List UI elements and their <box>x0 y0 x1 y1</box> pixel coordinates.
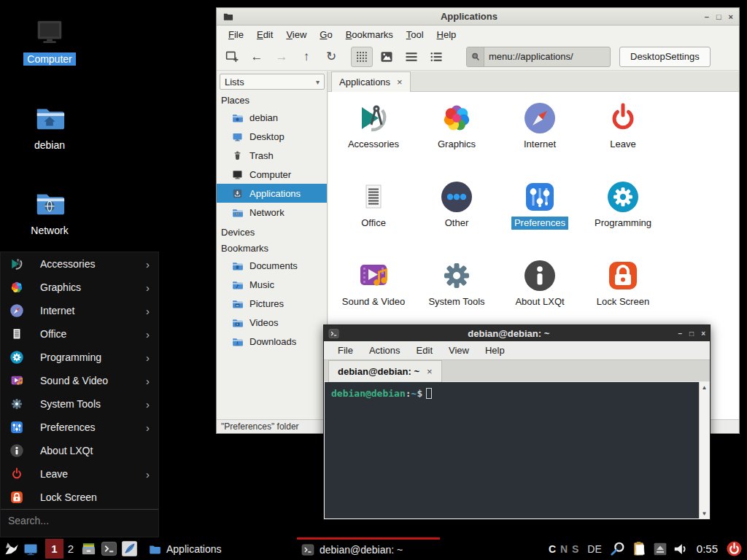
category-sound-video[interactable]: Sound & Video <box>332 252 415 331</box>
clipboard-tray-icon[interactable] <box>631 540 648 557</box>
task-button-applications[interactable]: Applications <box>144 537 226 560</box>
quicklaunch-terminal-button[interactable] <box>98 537 119 560</box>
desktop-icon-network[interactable]: Network <box>15 186 85 237</box>
power-button-icon[interactable] <box>726 540 743 557</box>
address-bar[interactable]: menu://applications/ <box>466 47 611 67</box>
fm-menu-view[interactable]: View <box>280 28 312 42</box>
search-input[interactable] <box>8 515 147 526</box>
volume-icon[interactable] <box>673 541 689 557</box>
category-other[interactable]: Other <box>415 174 498 252</box>
terminal-menu-actions[interactable]: Actions <box>363 343 407 357</box>
fm-menu-file[interactable]: File <box>222 28 249 42</box>
category-accessories[interactable]: Accessories <box>332 95 415 174</box>
sidebar-item-music[interactable]: Music <box>220 275 324 294</box>
maximize-button[interactable]: □ <box>689 330 694 338</box>
menu-item-about-lxqt[interactable]: About LXQt <box>1 439 158 462</box>
terminal-menu-file[interactable]: File <box>331 343 360 357</box>
show-desktop-button[interactable] <box>20 537 41 560</box>
category-leave[interactable]: Leave <box>581 95 665 174</box>
fm-menu-bookmarks[interactable]: Bookmarks <box>340 28 399 42</box>
sidebar-item-videos[interactable]: Videos <box>220 313 324 332</box>
address-url[interactable]: menu://applications/ <box>484 51 573 62</box>
refresh-button[interactable]: ↻ <box>320 47 342 67</box>
menu-item-internet[interactable]: Internet › <box>1 299 158 322</box>
sidebar-item-desktop[interactable]: Desktop <box>220 127 324 146</box>
menu-item-programming[interactable]: Programming › <box>1 346 158 369</box>
tab-close-icon[interactable]: × <box>397 77 403 88</box>
removable-media-icon[interactable] <box>653 542 667 556</box>
tab-close-icon[interactable]: × <box>427 366 433 377</box>
new-tab-button[interactable] <box>221 47 243 67</box>
sidebar-item-debian[interactable]: debian <box>220 108 324 127</box>
chevron-right-icon: › <box>146 398 150 411</box>
compact-view-button[interactable] <box>425 47 447 67</box>
fm-menu-go[interactable]: Go <box>314 28 338 42</box>
quicklaunch-featherpad-button[interactable] <box>119 537 139 560</box>
terminal-tab[interactable]: debian@debian: ~ × <box>328 360 442 382</box>
sidebar-item-applications[interactable]: Applications <box>217 184 327 203</box>
terminal-screen[interactable]: debian@debian:~$ ▲ ▼ <box>325 382 709 518</box>
close-button[interactable]: × <box>729 12 733 21</box>
terminal-scrollbar[interactable]: ▲ ▼ <box>699 382 709 518</box>
sidebar-item-computer[interactable]: Computer <box>220 165 324 184</box>
scroll-up-icon[interactable]: ▲ <box>700 382 709 392</box>
menu-item-lock-screen[interactable]: Lock Screen <box>1 486 158 509</box>
task-button-terminal[interactable]: debian@debian: ~ <box>297 537 440 560</box>
fm-titlebar[interactable]: Applications – □ × <box>217 8 739 26</box>
menu-item-preferences[interactable]: Preferences › <box>1 416 158 439</box>
system-tray: C N S DE 0:55 <box>549 537 747 560</box>
forward-button[interactable]: → <box>271 47 293 67</box>
terminal-menu-view[interactable]: View <box>442 343 476 357</box>
menu-item-sound-video[interactable]: Sound & Video › <box>1 369 158 392</box>
desktop-settings-button[interactable]: DesktopSettings <box>619 47 711 67</box>
minimize-button[interactable]: – <box>678 330 683 338</box>
address-filter-chip[interactable] <box>467 47 484 66</box>
close-button[interactable]: × <box>701 330 705 338</box>
back-button[interactable]: ← <box>246 47 268 67</box>
sidebar-mode-select[interactable]: Lists ▾ <box>220 74 325 90</box>
keyboard-indicator[interactable]: C N S <box>549 543 579 555</box>
fm-menu-edit[interactable]: Edit <box>251 28 279 42</box>
detailed-list-view-button[interactable] <box>400 47 422 67</box>
magnifier-tray-icon[interactable] <box>610 541 626 557</box>
category-office[interactable]: Office <box>332 174 415 252</box>
desktop-icon-debian[interactable]: debian <box>15 101 85 152</box>
main-menu-button[interactable] <box>0 537 20 560</box>
sidebar-item-trash[interactable]: Trash <box>220 146 324 165</box>
category-internet[interactable]: Internet <box>498 95 581 174</box>
sidebar-item-pictures[interactable]: Pictures <box>220 294 324 313</box>
fm-menu-help[interactable]: Help <box>431 28 462 42</box>
menu-item-leave[interactable]: Leave › <box>1 462 158 486</box>
menu-item-system-tools[interactable]: System Tools › <box>1 392 158 416</box>
power-icon <box>9 467 24 481</box>
workspace-2-button[interactable]: 2 <box>63 542 78 555</box>
menu-item-graphics[interactable]: Graphics › <box>1 276 158 299</box>
minimize-button[interactable]: – <box>705 12 709 21</box>
menu-item-office[interactable]: Office › <box>1 322 158 346</box>
desktop-icon-computer[interactable]: Computer <box>15 15 85 66</box>
keyboard-layout[interactable]: DE <box>587 543 601 555</box>
quicklaunch-archive-button[interactable] <box>78 537 98 560</box>
scroll-down-icon[interactable]: ▼ <box>700 508 709 518</box>
fm-tab-applications[interactable]: Applications × <box>331 71 411 92</box>
terminal-menu-edit[interactable]: Edit <box>410 343 439 357</box>
thumbnail-view-button[interactable] <box>376 47 398 67</box>
category-system-tools[interactable]: System Tools <box>415 252 498 331</box>
category-programming[interactable]: Programming <box>581 174 665 252</box>
sidebar-item-network[interactable]: Network <box>220 203 324 222</box>
clock[interactable]: 0:55 <box>697 542 718 555</box>
terminal-menu-help[interactable]: Help <box>479 343 511 357</box>
sidebar-item-downloads[interactable]: Downloads <box>220 332 324 351</box>
menu-item-accessories[interactable]: Accessories › <box>1 252 158 276</box>
category-graphics[interactable]: Graphics <box>415 95 498 174</box>
category-lock-screen[interactable]: Lock Screen <box>581 252 665 331</box>
maximize-button[interactable]: □ <box>716 12 721 21</box>
terminal-titlebar[interactable]: debian@debian: ~ – □ × <box>324 325 710 341</box>
fm-menu-tool[interactable]: Tool <box>400 28 430 42</box>
sidebar-item-documents[interactable]: Documents <box>220 256 324 275</box>
icon-view-button[interactable] <box>351 47 373 67</box>
workspace-1-button[interactable]: 1 <box>45 539 63 559</box>
category-preferences[interactable]: Preferences <box>498 174 581 252</box>
category-about-lxqt[interactable]: About LXQt <box>498 252 581 331</box>
up-button[interactable]: ↑ <box>295 47 317 67</box>
